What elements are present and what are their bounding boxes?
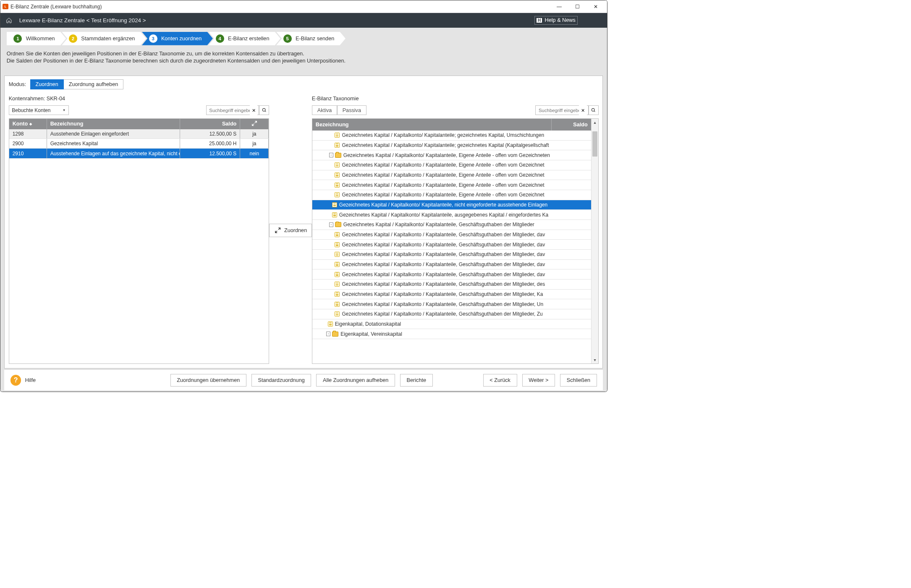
taxonomie-node[interactable]: Eigenkapital, Dotationskapital — [312, 319, 591, 329]
wizard-step-4[interactable]: 4E-Bilanz erstellen — [209, 32, 280, 45]
svg-point-0 — [262, 108, 265, 111]
scroll-up-icon[interactable]: ▲ — [592, 119, 598, 126]
step-label: Stammdaten ergänzen — [81, 36, 135, 42]
taxonomie-node[interactable]: Gezeichnetes Kapital / Kapitalkonto / Ka… — [312, 269, 591, 280]
taxonomie-node[interactable]: Gezeichnetes Kapital / Kapitalkonto / Ka… — [312, 299, 591, 309]
taxonomie-node[interactable]: -Gezeichnetes Kapital / Kapitalkonto/ Ka… — [312, 150, 591, 160]
col-bezeichnung-header[interactable]: Bezeichnung — [47, 119, 180, 129]
tree-bezeichnung-header[interactable]: Bezeichnung — [312, 119, 552, 131]
taxonomie-label: E-Bilanz Taxonomie — [312, 93, 599, 105]
left-search-button[interactable] — [259, 105, 269, 115]
folder-icon — [335, 153, 341, 158]
step-label: E-Bilanz erstellen — [228, 36, 269, 42]
breadcrumb: Lexware E-Bilanz Zentrale < Test Eröffnu… — [19, 17, 146, 24]
wizard-step-2[interactable]: 2Stammdaten ergänzen — [62, 32, 146, 45]
taxonomie-node[interactable]: Gezeichnetes Kapital / Kapitalkonto/ Kap… — [312, 210, 591, 220]
modus-label: Modus: — [9, 81, 26, 87]
taxonomie-node[interactable]: Gezeichnetes Kapital / Kapitalkonto / Ka… — [312, 230, 591, 240]
passiva-button[interactable]: Passiva — [337, 105, 366, 115]
document-icon — [335, 282, 340, 287]
upload-icon[interactable] — [597, 17, 603, 24]
folder-icon — [332, 332, 338, 337]
node-label: Gezeichnetes Kapital / Kapitalkonto/ Kap… — [339, 212, 548, 218]
right-search-button[interactable] — [589, 105, 599, 115]
tree-toggle-icon[interactable]: - — [329, 222, 333, 227]
document-icon — [335, 252, 340, 257]
taxonomie-node[interactable]: -Eigenkapital, Vereinskapital — [312, 329, 591, 339]
taxonomie-node[interactable]: Gezeichnetes Kapital / Kapitalkonto / Ka… — [312, 290, 591, 300]
weiter-button[interactable]: Weiter > — [522, 374, 555, 386]
scroll-thumb[interactable] — [592, 131, 597, 157]
document-icon — [335, 133, 340, 138]
alle-zuordnungen-aufheben-button[interactable]: Alle Zuordnungen aufheben — [316, 374, 395, 386]
konten-filter-combo[interactable]: Bebuchte Konten ▼ — [9, 105, 69, 115]
node-label: Gezeichnetes Kapital / Kapitalkonto/ Kap… — [343, 152, 550, 158]
maximize-button[interactable]: ☐ — [568, 1, 586, 12]
hilfe-label[interactable]: Hilfe — [25, 377, 36, 383]
berichte-button[interactable]: Berichte — [400, 374, 433, 386]
zurueck-button[interactable]: < Zurück — [483, 374, 517, 386]
document-icon — [328, 321, 333, 327]
taxonomie-node[interactable]: Gezeichnetes Kapital / Kapitalkonto/ Kap… — [312, 200, 591, 210]
node-label: Gezeichnetes Kapital / Kapitalkonto / Ka… — [342, 192, 545, 198]
modus-zuordnen-button[interactable]: Zuordnen — [30, 79, 64, 89]
aktiva-button[interactable]: Aktiva — [312, 105, 337, 115]
node-label: Eigenkapital, Vereinskapital — [340, 331, 402, 337]
right-search-clear-icon[interactable]: ✕ — [579, 105, 587, 115]
taxonomie-node[interactable]: Gezeichnetes Kapital / Kapitalkonto / Ka… — [312, 240, 591, 250]
footer-bar: ? Hilfe Zuordnungen übernehmen Standardz… — [4, 369, 603, 390]
close-button[interactable]: ✕ — [586, 1, 605, 12]
konto-row[interactable]: 2900Gezeichnetes Kapital25.000,00 Hja — [9, 139, 269, 149]
konto-row[interactable]: 1298Ausstehende Einlagen eingefordert12.… — [9, 129, 269, 139]
node-label: Eigenkapital, Dotationskapital — [335, 321, 401, 327]
wizard-step-1[interactable]: 1Willkommen — [7, 32, 66, 45]
scroll-down-icon[interactable]: ▼ — [592, 356, 598, 363]
taxonomie-node[interactable]: Gezeichnetes Kapital / Kapitalkonto/ Kap… — [312, 141, 591, 151]
taxonomie-node[interactable]: -Gezeichnetes Kapital / Kapitalkonto/ Ka… — [312, 220, 591, 230]
taxonomie-node[interactable]: Gezeichnetes Kapital / Kapitalkonto/ Kap… — [312, 131, 591, 141]
tree-toggle-icon[interactable]: - — [329, 153, 333, 157]
help-news-button[interactable]: H Help & News — [534, 16, 577, 25]
taxonomie-node[interactable]: Gezeichnetes Kapital / Kapitalkonto / Ka… — [312, 170, 591, 180]
schliessen-button[interactable]: Schließen — [560, 374, 597, 386]
zuordnungen-uebernehmen-button[interactable]: Zuordnungen übernehmen — [170, 374, 246, 386]
modus-aufheben-button[interactable]: Zuordnung aufheben — [64, 79, 124, 89]
svg-point-1 — [592, 108, 595, 111]
download-icon[interactable] — [585, 17, 592, 24]
taxonomie-node[interactable]: Gezeichnetes Kapital / Kapitalkonto / Ka… — [312, 309, 591, 319]
tree-toggle-icon[interactable]: - — [326, 332, 330, 336]
left-search-clear-icon[interactable]: ✕ — [250, 105, 258, 115]
col-konto-header[interactable]: Konto ◆ — [9, 119, 47, 129]
document-icon — [335, 183, 340, 188]
step-badge: 2 — [69, 34, 77, 43]
node-label: Gezeichnetes Kapital / Kapitalkonto / Ka… — [342, 261, 545, 267]
col-expand-header[interactable] — [240, 119, 269, 129]
document-icon — [335, 292, 340, 297]
tree-scrollbar[interactable]: ▲ ▼ — [591, 119, 598, 363]
kontenrahmen-label: Kontenrahmen: SKR-04 — [9, 93, 270, 105]
col-saldo-header[interactable]: Saldo — [180, 119, 240, 129]
konto-row[interactable]: 2910Ausstehende Einlagen auf das gezeich… — [9, 149, 269, 158]
taxonomie-node[interactable]: Gezeichnetes Kapital / Kapitalkonto / Ka… — [312, 250, 591, 260]
wizard-step-5[interactable]: 5E-Bilanz senden — [276, 32, 346, 45]
app-icon: L — [3, 4, 8, 9]
tree-saldo-header[interactable]: Saldo — [552, 119, 591, 131]
wizard-header: 1Willkommen2Stammdaten ergänzen3Konten z… — [0, 28, 607, 73]
wizard-step-3[interactable]: 3Konten zuordnen — [142, 32, 213, 45]
document-icon — [335, 242, 340, 247]
folder-icon — [335, 222, 341, 227]
taxonomie-node[interactable]: Gezeichnetes Kapital / Kapitalkonto / Ka… — [312, 260, 591, 270]
help-icon[interactable]: ? — [10, 375, 21, 385]
node-label: Gezeichnetes Kapital / Kapitalkonto / Ka… — [342, 242, 545, 248]
taxonomie-node[interactable]: Gezeichnetes Kapital / Kapitalkonto / Ka… — [312, 160, 591, 170]
taxonomie-node[interactable]: Gezeichnetes Kapital / Kapitalkonto / Ka… — [312, 280, 591, 290]
zuordnen-button[interactable]: Zuordnen — [269, 224, 312, 238]
titlebar: L E-Bilanz Zentrale (Lexware buchhaltung… — [0, 0, 607, 13]
node-label: Gezeichnetes Kapital / Kapitalkonto / Ka… — [342, 311, 543, 317]
standardzuordnung-button[interactable]: Standardzuordnung — [251, 374, 312, 386]
taxonomie-node[interactable]: Gezeichnetes Kapital / Kapitalkonto / Ka… — [312, 180, 591, 190]
taxonomie-node[interactable]: Gezeichnetes Kapital / Kapitalkonto / Ka… — [312, 190, 591, 200]
document-icon — [335, 232, 340, 237]
minimize-button[interactable]: ― — [550, 1, 568, 12]
home-button[interactable] — [5, 16, 13, 24]
